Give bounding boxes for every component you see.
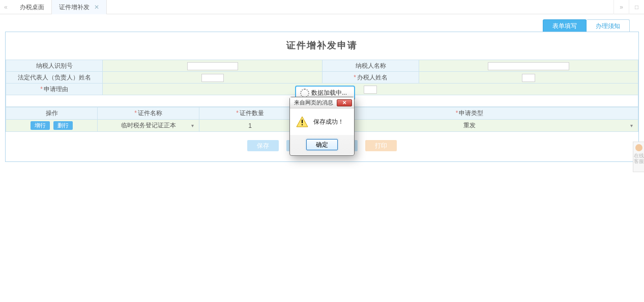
svg-rect-2	[302, 124, 303, 125]
input-fddbrxm[interactable]	[201, 74, 224, 82]
dialog-close-button[interactable]: ✕	[337, 99, 352, 106]
col-header-certname: *证件名称	[98, 107, 199, 120]
cell-certname[interactable]: 临时税务登记证正本 ▾	[98, 120, 199, 132]
add-row-button[interactable]: 增行	[31, 121, 50, 130]
message-dialog: 来自网页的消息 ✕ 保存成功！ 确定	[289, 97, 355, 156]
input-sqly[interactable]	[364, 86, 377, 94]
required-star-icon: *	[236, 109, 239, 117]
dialog-footer: 确定	[290, 135, 354, 150]
value-nsrsbh	[103, 60, 323, 72]
app-type-value: 重发	[463, 121, 476, 130]
dialog-ok-button[interactable]: 确定	[306, 139, 338, 150]
online-service-label: 在线客服	[633, 153, 644, 164]
maximize-icon[interactable]: □	[629, 0, 644, 14]
loading-text: 数据加载中...	[311, 89, 347, 96]
chevron-down-icon[interactable]: ▾	[630, 123, 633, 128]
value-sqly	[103, 84, 638, 95]
tab-label: 办税桌面	[20, 4, 44, 11]
subtab-label: 办理须知	[596, 22, 620, 30]
subtab-label: 表单填写	[552, 22, 577, 30]
tab-label: 证件增补发	[59, 4, 90, 11]
label-fddbrxm: 法定代表人（负责人）姓名	[6, 72, 103, 84]
save-button[interactable]: 保存	[247, 140, 279, 151]
delete-row-button[interactable]: 删行	[53, 121, 73, 130]
value-nsrmc	[419, 60, 638, 72]
chevron-down-icon[interactable]: ▾	[191, 123, 194, 128]
avatar-icon	[635, 144, 642, 151]
dialog-titlebar: 来自网页的消息 ✕	[290, 97, 354, 108]
tab-tax-desktop[interactable]: 办税桌面	[13, 0, 52, 14]
input-nsrmc[interactable]	[488, 62, 569, 70]
input-bsrxm[interactable]	[522, 74, 535, 82]
form-title: 证件增补发申请	[6, 32, 638, 60]
label-bsrxm: *办税人姓名	[323, 72, 419, 84]
cert-name-value: 临时税务登记证正本	[121, 121, 176, 130]
input-nsrsbh[interactable]	[187, 62, 238, 70]
required-star-icon: *	[134, 109, 137, 117]
subtab-form-fill[interactable]: 表单填写	[543, 19, 587, 32]
label-nsrsbh: 纳税人识别号	[6, 60, 103, 72]
label-sqly: *申请理由	[6, 84, 103, 95]
close-icon[interactable]: ✕	[94, 4, 99, 11]
print-button[interactable]: 打印	[365, 140, 397, 151]
cell-ops: 增行 删行	[6, 120, 98, 132]
cell-certqty[interactable]: 1	[199, 120, 301, 132]
warning-icon	[296, 116, 308, 128]
tabs-scroll-right-icon[interactable]: »	[613, 0, 629, 14]
dialog-title: 来自网页的消息	[294, 99, 333, 106]
subtab-instructions[interactable]: 办理须知	[587, 19, 630, 32]
sub-tabs-bar: 表单填写 办理须知	[0, 17, 644, 32]
required-star-icon: *	[40, 86, 43, 93]
window-controls: » □	[613, 0, 644, 14]
required-star-icon: *	[456, 109, 458, 117]
value-bsrxm	[419, 72, 638, 84]
svg-rect-1	[302, 120, 303, 123]
required-star-icon: *	[354, 74, 356, 81]
tab-cert-reissue[interactable]: 证件增补发 ✕	[52, 0, 107, 14]
dialog-message: 保存成功！	[313, 118, 344, 126]
dialog-body: 保存成功！	[290, 108, 354, 135]
label-nsrmc: 纳税人名称	[323, 60, 419, 72]
tabs-scroll-left-icon[interactable]: «	[4, 4, 8, 11]
col-header-ops: 操作	[6, 107, 98, 120]
col-header-certqty: *证件数量	[199, 107, 301, 120]
cert-qty-value: 1	[248, 122, 252, 129]
online-service-badge[interactable]: 在线客服	[633, 142, 644, 172]
top-tabs-bar: « 办税桌面 证件增补发 ✕ » □	[0, 0, 644, 14]
value-fddbrxm	[103, 72, 323, 84]
